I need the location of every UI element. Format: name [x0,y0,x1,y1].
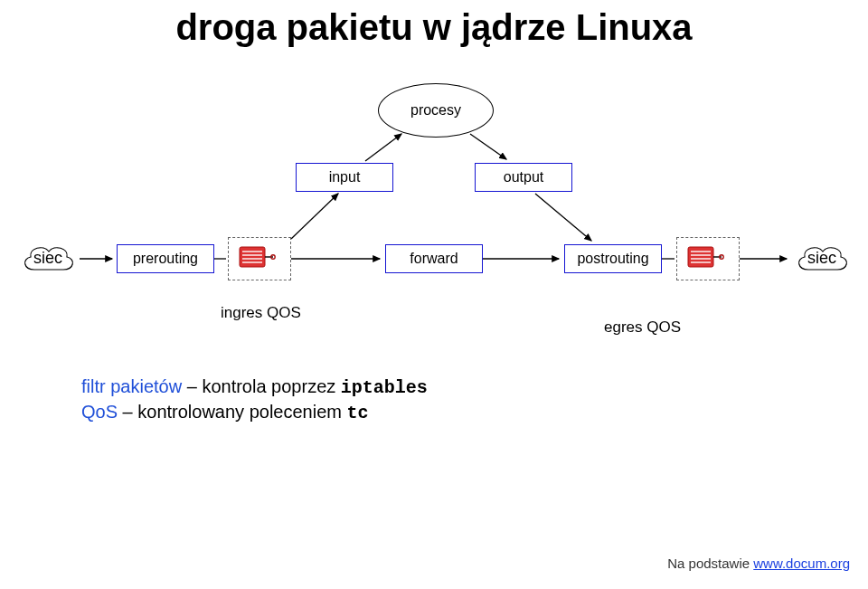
svg-line-19 [470,134,506,159]
svg-line-21 [535,194,591,241]
arrows-layer [0,0,868,589]
svg-line-18 [365,134,401,161]
svg-line-16 [291,194,338,239]
